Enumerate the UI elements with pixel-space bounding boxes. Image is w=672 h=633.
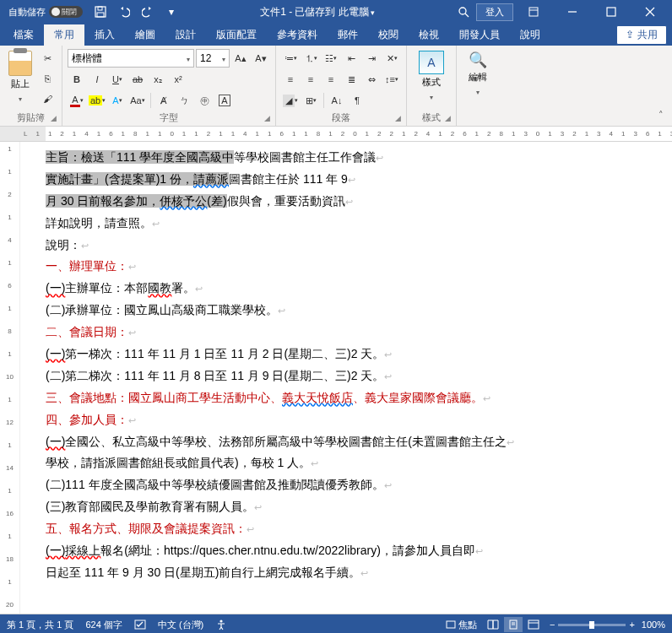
tab-file[interactable]: 檔案 — [3, 24, 44, 46]
tab-view[interactable]: 檢視 — [409, 24, 449, 46]
tab-mailings[interactable]: 郵件 — [328, 24, 368, 46]
shading-button[interactable]: ◢▾ — [281, 91, 300, 110]
highlight-button[interactable]: ab▾ — [88, 91, 106, 110]
word-count[interactable]: 624 個字 — [85, 619, 122, 631]
tab-insert[interactable]: 插入 — [84, 24, 125, 46]
subscript-button[interactable]: x₂ — [149, 70, 167, 89]
svg-rect-17 — [528, 620, 539, 629]
copy-button[interactable]: ⎘ — [38, 69, 57, 88]
accessibility-icon[interactable] — [215, 619, 227, 630]
text-effects-button[interactable]: A▾ — [108, 91, 127, 110]
font-color-button[interactable]: A▾ — [68, 91, 86, 110]
dialog-launcher-icon[interactable]: ◢ — [395, 114, 401, 122]
align-center-button[interactable]: ≡ — [301, 70, 320, 89]
bullets-button[interactable]: ≔▾ — [281, 49, 300, 68]
qat-customize-icon[interactable]: ▾ — [160, 2, 182, 22]
group-paragraph-label: 段落 — [332, 112, 350, 122]
language-indicator[interactable]: 中文 (台灣) — [158, 619, 203, 631]
dialog-launcher-icon[interactable]: ◢ — [445, 114, 451, 122]
zoom-slider[interactable]: − + — [550, 619, 635, 630]
decrease-indent-button[interactable]: ⇤ — [342, 49, 360, 68]
document-area: 112141618110112114116118120 主旨：檢送「111 學年… — [0, 142, 672, 614]
zoom-in-button[interactable]: + — [629, 619, 634, 630]
save-icon[interactable] — [89, 2, 111, 22]
line-spacing-button[interactable]: ↕≡▾ — [382, 70, 401, 89]
paste-button[interactable]: 貼上 — [5, 49, 35, 110]
align-center-icon: ≡ — [308, 74, 313, 84]
enclose-char-button[interactable]: ㊥ — [195, 91, 214, 110]
align-right-button[interactable]: ≡ — [322, 70, 340, 89]
font-name-combo[interactable]: 標楷體 — [68, 49, 194, 68]
tab-home[interactable]: 常用 — [44, 24, 84, 46]
superscript-button[interactable]: x² — [169, 70, 187, 89]
zoom-level[interactable]: 100% — [642, 619, 665, 630]
styles-button[interactable]: A 樣式 — [412, 49, 451, 110]
print-layout-button[interactable] — [504, 617, 523, 632]
document-title: 文件1 - 已儲存到 此電腦 — [182, 5, 453, 19]
bold-button[interactable]: B — [68, 70, 86, 89]
font-size-combo[interactable]: 12 — [196, 49, 230, 68]
tab-review[interactable]: 校閱 — [368, 24, 409, 46]
underline-button[interactable]: U▾ — [108, 70, 127, 89]
shrink-font-button[interactable]: A▾ — [252, 49, 270, 68]
redo-icon[interactable] — [137, 2, 159, 22]
status-bar: 第 1 頁，共 1 頁 624 個字 中文 (台灣) 焦點 − + 100% — [0, 614, 672, 633]
share-button[interactable]: ⇪共用 — [616, 25, 667, 45]
group-styles-label: 樣式 — [422, 112, 441, 122]
strike-button[interactable]: ab — [128, 70, 147, 89]
group-paragraph: ≔▾ ⒈▾ ☷▾ ⇤ ⇥ ✕▾ ≡ ≡ ≡ ≣ ⇔ ↕≡▾ ◢▾ ⊞▾ A↓ ¶ — [276, 46, 407, 126]
align-left-button[interactable]: ≡ — [281, 70, 300, 89]
sort-button[interactable]: A↓ — [328, 91, 346, 110]
vertical-ruler[interactable]: 112141618110112114116118120 — [0, 142, 20, 614]
page-indicator[interactable]: 第 1 頁，共 1 頁 — [7, 619, 73, 631]
title-bar: 自動儲存 關閉 ▾ 文件1 - 已儲存到 此電腦 登入 — [0, 0, 672, 24]
web-layout-button[interactable] — [524, 617, 543, 632]
grow-font-button[interactable]: A▴ — [231, 49, 250, 68]
char-border-button[interactable]: A — [215, 91, 234, 110]
ribbon-display-icon[interactable] — [515, 0, 552, 24]
shading-icon: ◢ — [283, 95, 295, 107]
dialog-launcher-icon[interactable]: ◢ — [51, 114, 57, 122]
clear-formatting-button[interactable]: A̸ — [154, 91, 173, 110]
multilevel-button[interactable]: ☷▾ — [322, 49, 340, 68]
focus-mode-button[interactable]: 焦點 — [446, 619, 477, 631]
close-button[interactable] — [631, 0, 669, 24]
format-painter-button[interactable]: 🖌 — [38, 89, 57, 108]
increase-indent-button[interactable]: ⇥ — [362, 49, 381, 68]
cut-button[interactable]: ✂ — [38, 49, 57, 68]
signin-button[interactable]: 登入 — [476, 3, 513, 21]
undo-icon[interactable] — [113, 2, 135, 22]
spellcheck-icon[interactable] — [134, 619, 146, 630]
tab-design[interactable]: 設計 — [165, 24, 206, 46]
copy-icon: ⎘ — [45, 73, 51, 84]
scissors-icon: ✂ — [44, 53, 51, 64]
search-icon[interactable] — [453, 2, 474, 22]
asian-layout-button[interactable]: ✕▾ — [382, 49, 401, 68]
change-case-button[interactable]: Aa▾ — [128, 91, 147, 110]
horizontal-ruler[interactable]: L112141618110112114116118120122124126128… — [0, 127, 672, 142]
distribute-button[interactable]: ⇔ — [362, 70, 381, 89]
justify-button[interactable]: ≣ — [342, 70, 360, 89]
borders-button[interactable]: ⊞▾ — [301, 91, 320, 110]
autosave-toggle[interactable]: 自動儲存 關閉 — [3, 6, 88, 19]
zoom-out-button[interactable]: − — [550, 619, 555, 630]
dialog-launcher-icon[interactable]: ◢ — [264, 114, 270, 122]
italic-button[interactable]: I — [88, 70, 106, 89]
tab-help[interactable]: 說明 — [510, 24, 550, 46]
tab-developer[interactable]: 開發人員 — [449, 24, 510, 46]
minimize-button[interactable] — [554, 0, 591, 24]
maximize-button[interactable] — [593, 0, 630, 24]
editing-button[interactable]: 🔍 編輯 — [462, 49, 494, 112]
tab-layout[interactable]: 版面配置 — [206, 24, 267, 46]
numbering-button[interactable]: ⒈▾ — [301, 49, 320, 68]
collapse-ribbon-button[interactable]: ˄ — [653, 107, 669, 122]
svg-rect-8 — [607, 8, 615, 16]
phonetic-guide-button[interactable]: ㄅ — [175, 91, 193, 110]
tab-draw[interactable]: 繪圖 — [125, 24, 165, 46]
read-mode-button[interactable] — [484, 617, 502, 632]
tab-references[interactable]: 參考資料 — [267, 24, 328, 46]
change-case-icon: Aa — [130, 95, 141, 106]
show-marks-button[interactable]: ¶ — [348, 91, 366, 110]
align-right-icon: ≡ — [328, 74, 333, 84]
document-page[interactable]: 主旨：檢送「111 學年度全國高級中等學校圖書館主任工作會議↩ 實施計畫」(含提… — [20, 142, 672, 614]
